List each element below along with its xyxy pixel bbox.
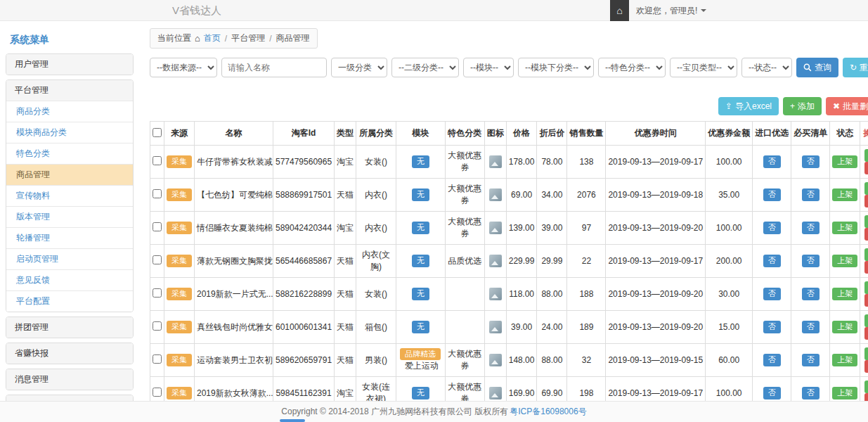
sidebar-submenu-item[interactable]: 版本管理 bbox=[6, 206, 133, 227]
edit-button[interactable]: ✎ bbox=[864, 149, 868, 162]
delete-button[interactable]: ✖ bbox=[864, 327, 868, 340]
product-thumbnail-icon bbox=[489, 255, 502, 267]
cell-price: 169.90 bbox=[506, 377, 537, 402]
sidebar-submenu-item[interactable]: 商品分类 bbox=[6, 101, 133, 122]
filter-select-feature-category[interactable]: --特色分类-- bbox=[598, 58, 666, 77]
status-badge: 上架 bbox=[832, 354, 857, 366]
sidebar-menu-item[interactable]: 省赚快报 bbox=[6, 343, 133, 364]
row-checkbox[interactable] bbox=[153, 189, 162, 198]
sidebar-submenu-item[interactable]: 轮播管理 bbox=[6, 227, 133, 248]
sidebar-submenu-item[interactable]: 意见反馈 bbox=[6, 269, 133, 290]
filter-select-level2-category[interactable]: --二级分类-- bbox=[391, 58, 459, 77]
cell-coupon-time: 2019-09-13—2019-09-17 bbox=[606, 146, 706, 179]
delete-button[interactable]: ✖ bbox=[864, 162, 868, 174]
cell-source: 采集 bbox=[164, 278, 195, 311]
import-icon: ⇪ bbox=[725, 102, 732, 110]
edit-button[interactable]: ✎ bbox=[864, 381, 868, 393]
reset-button[interactable]: ↻ 重置 bbox=[843, 58, 868, 77]
select-all-checkbox[interactable] bbox=[153, 128, 162, 137]
edit-button[interactable]: ✎ bbox=[864, 347, 868, 360]
sidebar-menu-group: 消息管理 bbox=[6, 369, 134, 390]
cell-type: 淘宝 bbox=[335, 146, 356, 179]
cell-icon bbox=[484, 179, 506, 212]
sidebar-menu-item[interactable]: 拼团管理 bbox=[6, 317, 133, 338]
user-menu[interactable]: 欢迎您，管理员! bbox=[629, 0, 713, 21]
cell-discount-price: 24.00 bbox=[537, 311, 567, 344]
row-checkbox[interactable] bbox=[153, 156, 162, 165]
sidebar-submenu-item[interactable]: 特色分类 bbox=[6, 143, 133, 164]
filter-select-item-type[interactable]: --宝贝类型-- bbox=[670, 58, 737, 77]
cell-icon bbox=[484, 344, 506, 377]
cell-operations: ✎✖ bbox=[860, 179, 868, 212]
delete-button[interactable]: ✖ bbox=[864, 393, 868, 401]
status-badge: 上架 bbox=[832, 155, 857, 168]
cell-taoke-id: 577479560965 bbox=[273, 146, 335, 179]
horizontal-scrollbar-thumb[interactable] bbox=[280, 419, 305, 422]
sidebar-submenu-item[interactable]: 商品管理 bbox=[6, 164, 133, 185]
filter-select-status[interactable]: --状态-- bbox=[741, 58, 792, 77]
cell-coupon-amount: 15.00 bbox=[706, 311, 753, 344]
add-button[interactable]: + 添加 bbox=[783, 97, 822, 115]
sidebar-menu-item[interactable]: 用户管理 bbox=[6, 54, 133, 75]
cell-must-buy: 否 bbox=[791, 212, 830, 245]
delete-button[interactable]: ✖ bbox=[864, 261, 868, 274]
edit-button[interactable]: ✎ bbox=[864, 281, 868, 294]
module-badge: 无 bbox=[412, 222, 429, 234]
edit-button[interactable]: ✎ bbox=[864, 182, 868, 195]
edit-button[interactable]: ✎ bbox=[864, 248, 868, 261]
row-checkbox[interactable] bbox=[153, 288, 162, 298]
sidebar-menu-group: 拼团管理 bbox=[6, 316, 134, 338]
product-thumbnail-icon bbox=[489, 288, 502, 300]
filter-select-level1-category[interactable]: 一级分类 bbox=[331, 58, 387, 77]
filter-select-module[interactable]: --模块-- bbox=[463, 58, 514, 77]
cell-taoke-id: 589042420344 bbox=[273, 212, 335, 245]
row-checkbox[interactable] bbox=[153, 255, 162, 264]
delete-button[interactable]: ✖ bbox=[864, 294, 868, 307]
cell-category: 女装(连衣裙) bbox=[356, 377, 396, 402]
cell-icon bbox=[484, 278, 506, 311]
name-search-input[interactable] bbox=[221, 58, 327, 77]
batch-delete-button[interactable]: ✖ 批量删除 bbox=[826, 97, 868, 115]
import-excel-button[interactable]: ⇪ 导入excel bbox=[718, 97, 779, 115]
table-header-row: 来源名称淘客Id类型所属分类模块特色分类图标价格折后价销售数量优惠券时间优惠券金… bbox=[150, 122, 868, 146]
cell-coupon-time: 2019-09-13—2019-09-20 bbox=[606, 311, 706, 344]
filter-select-module-subcategory[interactable]: --模块下分类-- bbox=[518, 58, 594, 77]
row-checkbox[interactable] bbox=[153, 321, 162, 331]
cell-must-buy: 否 bbox=[791, 344, 830, 377]
delete-button[interactable]: ✖ bbox=[864, 195, 868, 207]
sidebar-menu-item[interactable]: 订单管理 bbox=[6, 395, 133, 401]
sidebar-menu-item[interactable]: 消息管理 bbox=[6, 369, 133, 390]
cell-price: 148.00 bbox=[506, 344, 537, 377]
status-badge: 上架 bbox=[832, 222, 857, 234]
cell-price: 69.00 bbox=[506, 179, 537, 212]
sidebar-submenu-item[interactable]: 启动页管理 bbox=[6, 248, 133, 269]
edit-button[interactable]: ✎ bbox=[864, 215, 868, 228]
row-checkbox[interactable] bbox=[153, 354, 162, 364]
row-checkbox[interactable] bbox=[153, 222, 162, 231]
row-checkbox[interactable] bbox=[153, 388, 162, 397]
cell-type: 淘宝 bbox=[335, 212, 356, 245]
reset-button-label: 重置 bbox=[860, 62, 868, 74]
cell-must-buy: 否 bbox=[791, 245, 830, 278]
sidebar-submenu-item[interactable]: 平台配置 bbox=[6, 290, 133, 312]
source-badge: 采集 bbox=[167, 321, 192, 333]
icp-link[interactable]: 粤ICP备16098006号 bbox=[510, 406, 586, 418]
delete-button[interactable]: ✖ bbox=[864, 228, 868, 241]
must-buy-badge: 否 bbox=[802, 255, 820, 267]
cell-feature-category bbox=[445, 311, 484, 344]
sidebar-submenu-item[interactable]: 宣传物料 bbox=[6, 185, 133, 206]
edit-button[interactable]: ✎ bbox=[864, 314, 868, 327]
table-row: 采集【七色纺】可爱纯棉家...588869917501天猫内衣()无大额优惠券6… bbox=[150, 179, 868, 212]
table-row: 采集情侣睡衣女夏装纯棉男士...589042420344淘宝内衣()无大额优惠券… bbox=[150, 212, 868, 245]
delete-button[interactable]: ✖ bbox=[864, 360, 868, 373]
breadcrumb-home-link[interactable]: 首页 bbox=[204, 32, 221, 44]
navbar-home-button[interactable]: ⌂ bbox=[610, 0, 629, 21]
cell-feature-category: 大额优惠券 bbox=[445, 146, 484, 179]
cell-sales: 138 bbox=[567, 146, 606, 179]
filter-select-data-source[interactable]: --数据来源-- bbox=[150, 58, 217, 77]
sidebar-submenu-item[interactable]: 模块商品分类 bbox=[6, 122, 133, 143]
batch-delete-label: 批量删除 bbox=[843, 101, 868, 113]
sidebar-menu-item[interactable]: 平台管理 bbox=[6, 80, 133, 101]
search-button[interactable]: 查询 bbox=[796, 58, 838, 77]
cell-price: 39.00 bbox=[506, 311, 537, 344]
